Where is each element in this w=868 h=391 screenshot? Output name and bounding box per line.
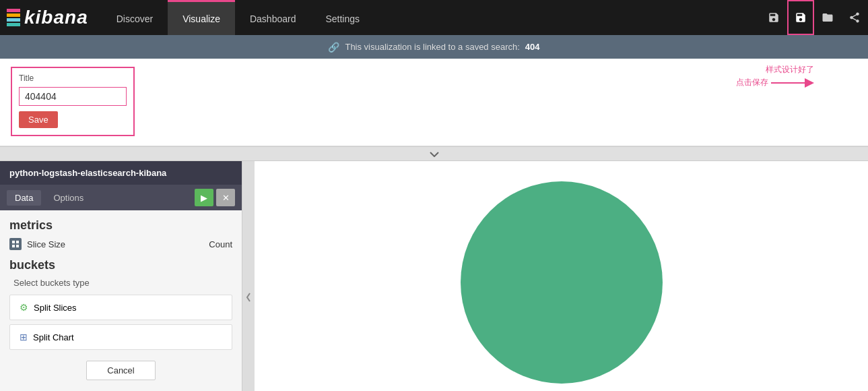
title-label: Title bbox=[19, 73, 127, 83]
nav-item-dashboard[interactable]: Dashboard bbox=[235, 0, 311, 35]
chevron-divider[interactable] bbox=[0, 146, 868, 161]
buckets-title: buckets bbox=[9, 258, 232, 272]
info-text: This visualization is linked to a saved … bbox=[345, 42, 519, 52]
svg-rect-1 bbox=[16, 241, 19, 243]
visualization-panel: http://blog.csdn.net/liuge36 bbox=[255, 161, 868, 391]
select-buckets-label: Select buckets type bbox=[9, 278, 232, 288]
split-chart-icon: ⊞ bbox=[20, 332, 28, 342]
run-button[interactable]: ▶ bbox=[195, 189, 213, 206]
annotation-line1: 样式设计好了 bbox=[766, 64, 814, 76]
tab-data[interactable]: Data bbox=[7, 190, 41, 206]
logo-text: kibana bbox=[24, 7, 88, 28]
split-slices-option[interactable]: ⚙ Split Slices bbox=[9, 295, 232, 320]
save-copy-button[interactable] bbox=[760, 0, 787, 35]
nav-right bbox=[760, 0, 868, 35]
main-area: python-logstash-elasticsearch-kibana Dat… bbox=[0, 161, 868, 391]
cancel-row: Cancel bbox=[9, 354, 232, 387]
title-container: Title Save bbox=[11, 67, 135, 136]
split-slices-label: Split Slices bbox=[34, 303, 77, 313]
title-section: Title Save 样式设计好了 点击保存 bbox=[0, 59, 868, 146]
panel-index-name: python-logstash-elasticsearch-kibana bbox=[0, 161, 242, 185]
metric-label: Slice Size bbox=[27, 239, 203, 249]
share-button[interactable] bbox=[841, 0, 868, 35]
split-slices-icon: ⚙ bbox=[20, 302, 28, 313]
left-panel: python-logstash-elasticsearch-kibana Dat… bbox=[0, 161, 242, 391]
annotation: 样式设计好了 点击保存 bbox=[736, 64, 814, 88]
panel-content: metrics Slice Size Count buckets Select … bbox=[0, 210, 242, 391]
info-bar: 🔗 This visualization is linked to a save… bbox=[0, 35, 868, 59]
close-panel-button[interactable]: ✕ bbox=[216, 189, 235, 206]
split-chart-option[interactable]: ⊞ Split Chart bbox=[9, 324, 232, 350]
panel-tabs: Data Options ▶ ✕ bbox=[0, 185, 242, 210]
logo-bar-2 bbox=[7, 13, 20, 17]
nav-item-discover[interactable]: Discover bbox=[102, 0, 168, 35]
logo-bar-1 bbox=[7, 9, 20, 12]
title-input[interactable] bbox=[19, 87, 127, 106]
logo: kibana bbox=[7, 7, 88, 28]
cancel-button[interactable]: Cancel bbox=[86, 361, 155, 380]
split-chart-label: Split Chart bbox=[33, 332, 74, 342]
metric-icon bbox=[9, 238, 22, 250]
logo-bar-4 bbox=[7, 23, 20, 26]
save-button[interactable] bbox=[787, 0, 814, 35]
pie-chart bbox=[461, 181, 663, 384]
tab-options[interactable]: Options bbox=[45, 190, 92, 206]
save-title-button[interactable]: Save bbox=[19, 111, 58, 128]
metrics-title: metrics bbox=[9, 218, 232, 233]
search-name: 404 bbox=[525, 42, 540, 52]
svg-rect-0 bbox=[12, 241, 15, 243]
metric-value: Count bbox=[209, 239, 232, 249]
nav-item-visualize[interactable]: Visualize bbox=[168, 0, 235, 35]
logo-bar-3 bbox=[7, 18, 20, 22]
logo-bars bbox=[7, 9, 20, 26]
open-button[interactable] bbox=[814, 0, 841, 35]
svg-rect-2 bbox=[12, 245, 15, 247]
metric-row: Slice Size Count bbox=[9, 238, 232, 250]
annotation-line2: 点击保存 bbox=[736, 77, 768, 88]
navbar: kibana Discover Visualize Dashboard Sett… bbox=[0, 0, 868, 35]
buckets-section: buckets Select buckets type ⚙ Split Slic… bbox=[9, 258, 232, 387]
collapse-handle[interactable] bbox=[242, 161, 255, 391]
link-icon: 🔗 bbox=[328, 42, 339, 53]
svg-rect-3 bbox=[16, 245, 19, 247]
tab-actions: ▶ ✕ bbox=[195, 189, 235, 206]
nav-items: Discover Visualize Dashboard Settings bbox=[102, 0, 760, 35]
nav-item-settings[interactable]: Settings bbox=[310, 0, 374, 35]
